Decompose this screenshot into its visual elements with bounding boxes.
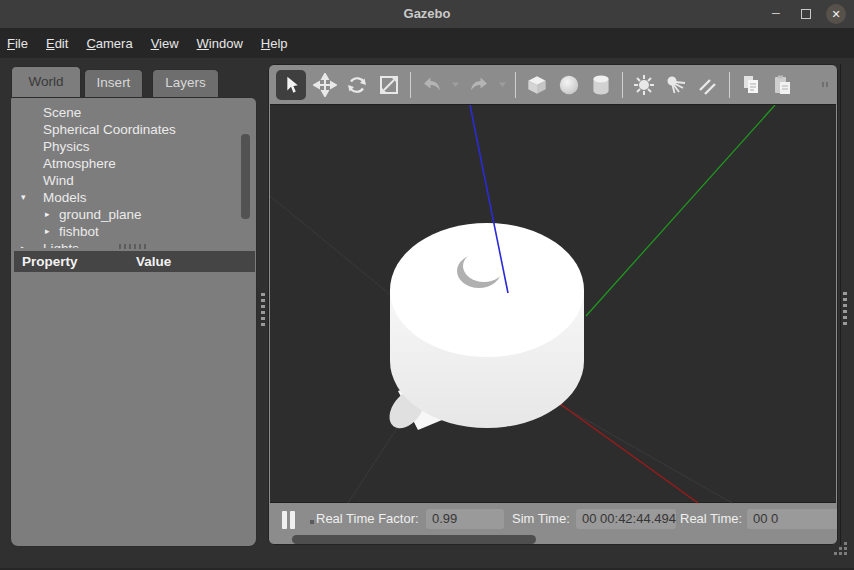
render-panel: Real Time Factor: 0.99 Sim Time: 00 00:4… — [268, 64, 838, 545]
scrollbar-handle[interactable] — [292, 535, 536, 544]
property-table-header: Property Value — [14, 251, 255, 272]
redo-history-button[interactable] — [498, 72, 507, 98]
expand-arrow-icon[interactable]: ▸ — [21, 240, 35, 248]
undo-icon — [420, 73, 444, 97]
redo-button[interactable] — [466, 72, 492, 98]
close-button[interactable]: ✕ — [825, 0, 847, 28]
directional-light-icon — [696, 73, 720, 97]
insert-cylinder-button[interactable] — [588, 72, 614, 98]
point-light-icon — [632, 73, 656, 97]
paste-button[interactable] — [770, 72, 796, 98]
simulation-status-bar: Real Time Factor: 0.99 Sim Time: 00 00:4… — [269, 504, 837, 533]
insert-sphere-button[interactable] — [556, 72, 582, 98]
expand-arrow-icon[interactable]: ▸ — [45, 206, 59, 223]
right-panel-edge — [840, 64, 841, 545]
world-tree: Scene Spherical Coordinates Physics Atmo… — [11, 98, 256, 248]
3d-viewport[interactable] — [270, 104, 836, 503]
value-column-header[interactable]: Value — [136, 251, 171, 272]
world-tab-panel: Scene Spherical Coordinates Physics Atmo… — [10, 97, 257, 547]
paste-icon — [771, 73, 795, 97]
sim-time-value: 00 00:42:44.494 — [576, 509, 676, 529]
spot-light-button[interactable] — [663, 72, 689, 98]
undo-button[interactable] — [419, 72, 445, 98]
copy-icon — [739, 73, 763, 97]
maximize-button[interactable] — [794, 0, 818, 28]
pause-icon — [282, 511, 287, 529]
right-panel-splitter[interactable] — [843, 292, 848, 328]
body-top — [390, 223, 584, 357]
window-resize-grip[interactable] — [828, 540, 850, 560]
scale-tool-button[interactable] — [376, 72, 402, 98]
gazebo-window: Gazebo – ✕ File Edit Camera View Window … — [0, 0, 854, 570]
pause-icon — [290, 511, 295, 529]
cursor-arrow-icon — [280, 74, 302, 96]
tree-item-wind[interactable]: Wind — [11, 172, 248, 189]
tree-item-physics[interactable]: Physics — [11, 138, 248, 155]
tree-scrollbar[interactable] — [241, 134, 250, 219]
left-panel: World Insert Layers Scene Spherical Coor… — [10, 64, 257, 547]
menu-view[interactable]: View — [149, 34, 181, 53]
tab-world[interactable]: World — [11, 66, 81, 97]
tree-table-splitter[interactable] — [119, 244, 149, 249]
maximize-icon — [801, 9, 811, 19]
menu-edit[interactable]: Edit — [44, 34, 70, 53]
chevron-down-icon — [451, 81, 460, 88]
rotate-icon — [345, 73, 369, 97]
real-time-value: 00 0 — [747, 509, 837, 529]
scale-icon — [377, 73, 401, 97]
spot-light-icon — [664, 73, 688, 97]
step-button[interactable] — [310, 520, 314, 524]
collapse-arrow-icon[interactable]: ▾ — [21, 189, 35, 206]
sim-time-label: Sim Time: — [512, 509, 570, 529]
directional-light-button[interactable] — [695, 72, 721, 98]
tree-item-ground-plane[interactable]: ▸ ground_plane — [11, 206, 248, 223]
tree-item-fishbot[interactable]: ▸ fishbot — [11, 223, 248, 240]
y-axis-line — [586, 105, 775, 316]
real-time-label: Real Time: — [680, 509, 742, 529]
menu-camera[interactable]: Camera — [84, 34, 134, 53]
expand-arrow-icon[interactable]: ▸ — [45, 223, 59, 240]
tree-item-scene[interactable]: Scene — [11, 104, 248, 121]
fishbot-model — [382, 223, 584, 435]
window-title: Gazebo — [0, 0, 854, 28]
translate-tool-button[interactable] — [312, 72, 338, 98]
chevron-down-icon — [498, 81, 507, 88]
left-panel-splitter[interactable] — [261, 293, 266, 329]
scene-canvas — [270, 105, 836, 504]
sphere-icon — [556, 72, 582, 98]
render-toolbar — [269, 65, 837, 104]
tree-item-models[interactable]: ▾ Models — [11, 189, 248, 206]
property-column-header[interactable]: Property — [22, 251, 78, 272]
point-light-button[interactable] — [631, 72, 657, 98]
tab-insert[interactable]: Insert — [84, 69, 143, 97]
menu-help[interactable]: Help — [259, 34, 290, 53]
menubar: File Edit Camera View Window Help — [0, 28, 854, 58]
titlebar[interactable]: Gazebo – ✕ — [0, 0, 854, 28]
toolbar-separator — [515, 72, 516, 98]
status-horizontal-scrollbar — [269, 533, 837, 545]
pause-button[interactable] — [282, 511, 298, 529]
select-tool-button[interactable] — [276, 70, 306, 100]
undo-history-button[interactable] — [451, 72, 460, 98]
translate-icon — [313, 73, 337, 97]
rotate-tool-button[interactable] — [344, 72, 370, 98]
copy-button[interactable] — [738, 72, 764, 98]
menu-window[interactable]: Window — [195, 34, 245, 53]
minimize-button[interactable]: – — [764, 0, 788, 28]
toolbar-separator — [729, 72, 730, 98]
close-icon: ✕ — [826, 4, 846, 24]
cylinder-icon — [588, 72, 614, 98]
toolbar-separator — [622, 72, 623, 98]
toolbar-separator — [410, 72, 411, 98]
box-icon — [524, 72, 550, 98]
toolbar-overflow-grip[interactable] — [822, 82, 829, 87]
real-time-factor-label: Real Time Factor: — [316, 509, 419, 529]
menu-file[interactable]: File — [5, 34, 30, 53]
x-axis-line — [556, 401, 698, 503]
tree-item-spherical-coordinates[interactable]: Spherical Coordinates — [11, 121, 248, 138]
tab-layers[interactable]: Layers — [152, 69, 219, 97]
redo-icon — [467, 73, 491, 97]
real-time-factor-value: 0.99 — [426, 509, 504, 529]
tree-item-atmosphere[interactable]: Atmosphere — [11, 155, 248, 172]
insert-box-button[interactable] — [524, 72, 550, 98]
